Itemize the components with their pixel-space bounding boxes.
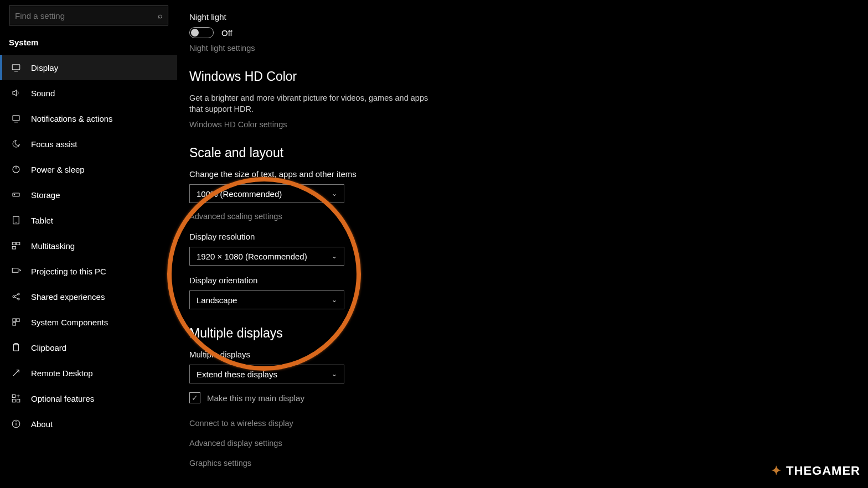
watermark-icon: ✦ bbox=[771, 464, 782, 478]
multi-title: Multiple displays bbox=[189, 326, 856, 341]
svg-rect-12 bbox=[12, 268, 18, 273]
svg-rect-10 bbox=[17, 242, 20, 245]
orientation-select[interactable]: Landscape ⌄ bbox=[189, 290, 344, 309]
chevron-down-icon: ⌄ bbox=[332, 252, 337, 260]
nav-label: Shared experiences bbox=[31, 292, 105, 302]
hdcolor-title: Windows HD Color bbox=[189, 69, 856, 84]
scale-title: Scale and layout bbox=[189, 146, 856, 160]
hdcolor-link[interactable]: Windows HD Color settings bbox=[189, 120, 856, 129]
nav-label: Tablet bbox=[31, 216, 53, 225]
nav-label: Power & sleep bbox=[31, 165, 85, 174]
svg-line-17 bbox=[14, 297, 18, 299]
components-icon bbox=[11, 317, 21, 327]
nav-multitasking[interactable]: Multitasking bbox=[0, 233, 177, 258]
nav-optional[interactable]: Optional features bbox=[0, 386, 177, 411]
nav-label: Focus assist bbox=[31, 139, 77, 149]
resolution-value: 1920 × 1080 (Recommended) bbox=[197, 252, 307, 261]
nav-storage[interactable]: Storage bbox=[0, 182, 177, 207]
svg-rect-19 bbox=[17, 319, 19, 321]
watermark-text: THEGAMER bbox=[786, 464, 860, 478]
svg-line-23 bbox=[13, 370, 19, 376]
svg-rect-2 bbox=[13, 116, 19, 121]
tablet-icon bbox=[11, 215, 21, 225]
plus-grid-icon bbox=[11, 393, 21, 403]
svg-point-31 bbox=[16, 422, 17, 422]
svg-rect-0 bbox=[12, 65, 20, 70]
svg-rect-26 bbox=[17, 399, 20, 402]
svg-rect-9 bbox=[12, 242, 16, 245]
svg-rect-11 bbox=[12, 247, 16, 250]
resolution-select[interactable]: 1920 × 1080 (Recommended) ⌄ bbox=[189, 247, 344, 266]
nav-label: Sound bbox=[31, 89, 55, 98]
storage-icon bbox=[11, 190, 21, 200]
night-light-settings-link[interactable]: Night light settings bbox=[189, 44, 856, 53]
graphics-settings-link[interactable]: Graphics settings bbox=[189, 459, 856, 468]
nav-label: Optional features bbox=[31, 394, 94, 403]
svg-rect-25 bbox=[12, 399, 15, 402]
advanced-scaling-link[interactable]: Advanced scaling settings bbox=[189, 212, 856, 221]
sound-icon bbox=[11, 88, 21, 98]
clipboard-icon bbox=[11, 342, 21, 352]
connect-wireless-link[interactable]: Connect to a wireless display bbox=[189, 419, 856, 428]
nav-label: About bbox=[31, 419, 53, 429]
orientation-value: Landscape bbox=[197, 295, 237, 305]
nav-shared[interactable]: Shared experiences bbox=[0, 284, 177, 309]
svg-rect-24 bbox=[12, 394, 15, 397]
search-box[interactable]: ⌕ bbox=[9, 6, 168, 25]
info-icon bbox=[11, 419, 21, 429]
svg-rect-18 bbox=[13, 319, 16, 321]
nav-about[interactable]: About bbox=[0, 411, 177, 437]
svg-point-6 bbox=[14, 194, 15, 195]
night-light-title: Night light bbox=[189, 12, 856, 22]
nav-tablet[interactable]: Tablet bbox=[0, 207, 177, 233]
nav-label: Display bbox=[31, 63, 58, 72]
watermark: ✦ THEGAMER bbox=[771, 464, 860, 478]
nav-remote-desktop[interactable]: Remote Desktop bbox=[0, 360, 177, 386]
share-icon bbox=[11, 292, 21, 302]
multi-select[interactable]: Extend these displays ⌄ bbox=[189, 365, 344, 383]
nav-label: Storage bbox=[31, 190, 60, 200]
nav-focus-assist[interactable]: Focus assist bbox=[0, 131, 177, 157]
night-light-toggle[interactable] bbox=[189, 27, 214, 38]
main-display-label: Make this my main display bbox=[207, 393, 304, 403]
svg-point-14 bbox=[18, 293, 19, 295]
nav-notifications[interactable]: Notifications & actions bbox=[0, 106, 177, 131]
nav-label: Notifications & actions bbox=[31, 114, 113, 123]
scale-value: 100% (Recommended) bbox=[197, 189, 282, 199]
main-display-checkbox[interactable]: ✓ bbox=[189, 392, 200, 403]
category-title: System bbox=[0, 32, 177, 55]
svg-rect-20 bbox=[13, 323, 16, 325]
nav-sound[interactable]: Sound bbox=[0, 80, 177, 106]
scale-select[interactable]: 100% (Recommended) ⌄ bbox=[189, 184, 344, 203]
nav-label: Clipboard bbox=[31, 343, 66, 352]
notifications-icon bbox=[11, 113, 21, 123]
svg-line-16 bbox=[14, 294, 18, 296]
multi-value: Extend these displays bbox=[197, 370, 277, 379]
moon-icon bbox=[11, 139, 21, 149]
nav-label: Projecting to this PC bbox=[31, 267, 106, 276]
search-input[interactable] bbox=[15, 11, 158, 20]
sidebar: ⌕ System Display Sound Notifications & a… bbox=[0, 0, 177, 488]
multi-label: Multiple displays bbox=[189, 350, 856, 359]
search-icon: ⌕ bbox=[158, 11, 162, 20]
power-icon bbox=[11, 164, 21, 174]
advanced-display-link[interactable]: Advanced display settings bbox=[189, 439, 856, 448]
nav-projecting[interactable]: Projecting to this PC bbox=[0, 258, 177, 284]
nav-clipboard[interactable]: Clipboard bbox=[0, 335, 177, 360]
nav-display[interactable]: Display bbox=[0, 55, 177, 80]
nav-label: Multitasking bbox=[31, 241, 75, 251]
chevron-down-icon: ⌄ bbox=[332, 190, 337, 198]
nav-power-sleep[interactable]: Power & sleep bbox=[0, 157, 177, 182]
scale-change-label: Change the size of text, apps and other … bbox=[189, 169, 856, 179]
nav-components[interactable]: System Components bbox=[0, 309, 177, 335]
resolution-label: Display resolution bbox=[189, 232, 856, 241]
nav-list: Display Sound Notifications & actions Fo… bbox=[0, 55, 177, 482]
multitask-icon bbox=[11, 241, 21, 251]
main-content: Night light Off Night light settings Win… bbox=[177, 0, 868, 488]
chevron-down-icon: ⌄ bbox=[332, 370, 337, 378]
display-icon bbox=[11, 63, 21, 72]
chevron-down-icon: ⌄ bbox=[332, 296, 337, 304]
svg-point-13 bbox=[13, 296, 14, 298]
project-icon bbox=[11, 266, 21, 276]
nav-label: System Components bbox=[31, 318, 108, 327]
